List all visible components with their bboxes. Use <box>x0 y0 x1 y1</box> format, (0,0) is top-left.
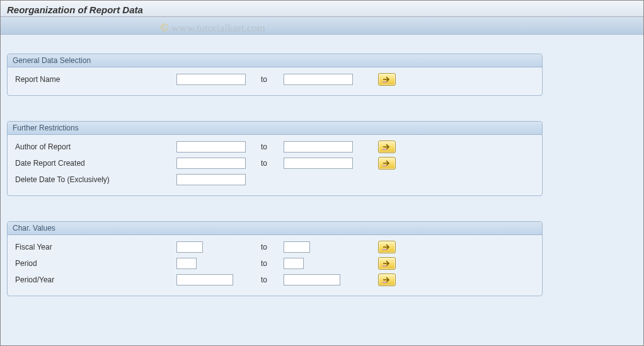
multiple-selection-button[interactable] <box>378 73 396 86</box>
period-year-from-input[interactable] <box>176 274 233 285</box>
fiscal-year-from-input[interactable] <box>176 241 203 253</box>
arrow-right-icon <box>382 260 391 267</box>
page-title: Reorganization of Report Data <box>1 1 643 17</box>
arrow-right-icon <box>382 159 391 167</box>
period-to-input[interactable] <box>284 258 304 269</box>
group-general-data-selection: General Data Selection Report Name to <box>7 54 543 96</box>
row-fiscal-year: Fiscal Year to <box>13 239 537 255</box>
svg-rect-1 <box>382 149 387 150</box>
svg-rect-5 <box>382 282 387 283</box>
group-char-values: Char. Values Fiscal Year to Period to <box>7 221 543 296</box>
multiple-selection-button[interactable] <box>378 157 396 170</box>
svg-rect-0 <box>382 81 387 83</box>
multiple-selection-button[interactable] <box>378 274 396 286</box>
multiple-selection-button[interactable] <box>378 257 396 270</box>
author-to-input[interactable] <box>284 141 353 153</box>
label-report-name: Report Name <box>13 75 176 84</box>
label-period-year: Period/Year <box>13 275 176 284</box>
svg-rect-4 <box>382 265 387 267</box>
group-further-restrictions: Further Restrictions Author of Report to… <box>7 121 543 196</box>
to-label: to <box>258 275 284 284</box>
group-header-general: General Data Selection <box>8 54 542 67</box>
date-created-from-input[interactable] <box>176 158 246 169</box>
label-date-created: Date Report Created <box>13 159 176 168</box>
label-delete-date: Delete Date To (Exclusively) <box>13 175 176 184</box>
multiple-selection-button[interactable] <box>378 241 396 253</box>
label-fiscal-year: Fiscal Year <box>13 243 176 251</box>
to-label: to <box>258 142 284 151</box>
multiple-selection-button[interactable] <box>378 141 396 153</box>
arrow-right-icon <box>382 143 391 151</box>
to-label: to <box>258 75 284 84</box>
delete-date-input[interactable] <box>176 174 246 185</box>
row-report-name: Report Name to <box>13 71 537 88</box>
row-date-created: Date Report Created to <box>13 155 537 171</box>
author-from-input[interactable] <box>176 141 246 153</box>
to-label: to <box>258 159 284 168</box>
date-created-to-input[interactable] <box>284 158 353 169</box>
label-author: Author of Report <box>13 142 176 151</box>
fiscal-year-to-input[interactable] <box>284 241 310 253</box>
row-author: Author of Report to <box>13 139 537 155</box>
application-toolbar <box>1 17 643 35</box>
to-label: to <box>258 259 284 268</box>
period-year-to-input[interactable] <box>284 274 340 285</box>
arrow-right-icon <box>382 76 391 83</box>
report-name-from-input[interactable] <box>176 74 246 85</box>
report-name-to-input[interactable] <box>284 74 353 85</box>
arrow-right-icon <box>382 276 391 284</box>
svg-rect-3 <box>382 249 387 250</box>
svg-rect-2 <box>382 165 387 166</box>
row-period: Period to <box>13 255 537 272</box>
group-header-char-values: Char. Values <box>8 222 542 235</box>
row-delete-date: Delete Date To (Exclusively) <box>13 171 537 188</box>
label-period: Period <box>13 259 176 268</box>
group-header-further: Further Restrictions <box>8 122 542 135</box>
to-label: to <box>258 243 284 251</box>
arrow-right-icon <box>382 243 391 251</box>
row-period-year: Period/Year to <box>13 272 537 288</box>
content-area: General Data Selection Report Name to Fu… <box>1 35 643 328</box>
period-from-input[interactable] <box>176 258 197 269</box>
